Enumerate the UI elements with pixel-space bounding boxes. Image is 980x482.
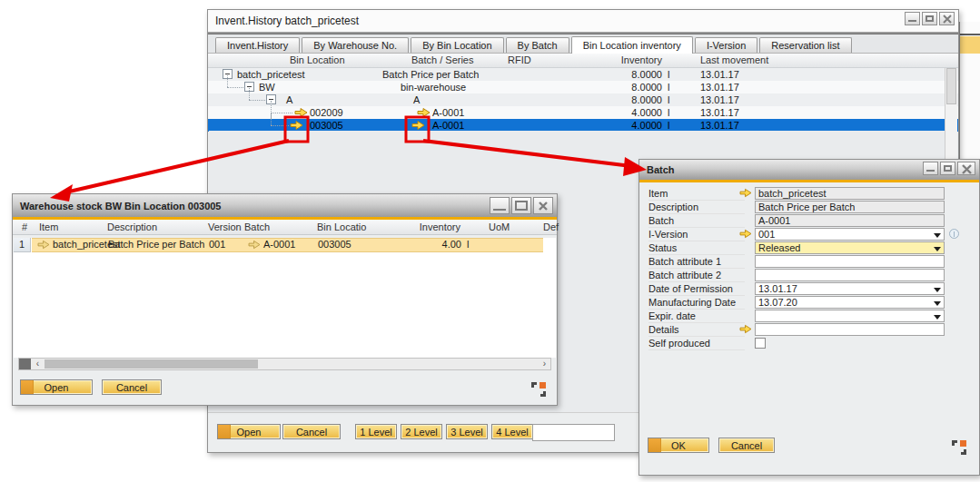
tab-by-bin-location[interactable]: By Bin Location bbox=[411, 37, 503, 53]
link-arrow-icon[interactable] bbox=[37, 240, 50, 250]
close-button[interactable] bbox=[939, 12, 955, 25]
manufacturing-date-dropdown[interactable]: 13.07.20 bbox=[755, 296, 945, 309]
window-titlebar[interactable]: Invent.History batch_pricetest bbox=[208, 10, 958, 32]
link-arrow-icon[interactable] bbox=[248, 240, 261, 250]
tree-row-batch-pricetest[interactable]: batch_pricetest Batch Price per Batch 8.… bbox=[208, 68, 958, 81]
minimize-button[interactable] bbox=[490, 197, 510, 214]
table-row-1[interactable]: 1 batch_pricetest Batch Price per Batch … bbox=[14, 238, 556, 252]
dropdown-caret-icon[interactable] bbox=[934, 233, 941, 238]
level-1-button[interactable]: 1 Level bbox=[355, 424, 397, 439]
link-arrow-icon[interactable] bbox=[294, 107, 308, 118]
resize-grip-icon[interactable] bbox=[531, 382, 546, 397]
cancel-button[interactable]: Cancel bbox=[282, 424, 341, 439]
link-arrow-icon[interactable] bbox=[739, 188, 752, 198]
horizontal-scrollbar[interactable]: ‹ › bbox=[18, 358, 551, 370]
batch-field: A-0001 bbox=[755, 214, 945, 227]
tab-by-warehouse-no[interactable]: By Warehouse No. bbox=[302, 37, 409, 53]
form-row-i-version: I-Version 001 bbox=[639, 228, 979, 241]
scroll-right-button[interactable]: › bbox=[539, 359, 550, 369]
tree-connector bbox=[271, 113, 272, 125]
dropdown-caret-icon[interactable] bbox=[934, 288, 941, 292]
form-row-batch-attribute-2: Batch attribute 2 bbox=[639, 269, 979, 282]
tree-cell-batch: A-0001 bbox=[432, 106, 464, 119]
resize-grip-icon[interactable] bbox=[952, 440, 966, 455]
ok-button[interactable]: OK bbox=[648, 438, 709, 453]
details-field[interactable] bbox=[755, 323, 945, 336]
window-titlebar[interactable]: Batch bbox=[639, 160, 979, 182]
link-arrow-icon[interactable] bbox=[290, 120, 303, 131]
column-batch: Batch bbox=[244, 221, 270, 232]
maximize-button[interactable] bbox=[940, 162, 955, 175]
self-produced-checkbox[interactable] bbox=[755, 338, 766, 349]
dropdown-caret-icon[interactable] bbox=[934, 315, 941, 320]
window-title: Invent.History batch_pricetest bbox=[215, 15, 359, 27]
form-row-self-produced: Self produced bbox=[639, 337, 979, 350]
close-icon bbox=[536, 200, 550, 212]
open-button[interactable]: Open bbox=[20, 379, 93, 395]
field-label: Details bbox=[648, 324, 745, 337]
item-field: batch_pricetest bbox=[755, 187, 945, 200]
tree-cell-inventory: 8.0000 bbox=[571, 81, 662, 93]
cancel-button[interactable]: Cancel bbox=[718, 438, 775, 453]
minimize-button[interactable] bbox=[923, 162, 938, 175]
maximize-button[interactable] bbox=[922, 12, 937, 25]
tree-cell-bin: BW bbox=[259, 81, 275, 93]
background-window-fragment bbox=[959, 22, 980, 169]
link-arrow-icon[interactable] bbox=[417, 107, 431, 118]
cancel-button[interactable]: Cancel bbox=[102, 379, 162, 395]
level-3-button[interactable]: 3 Level bbox=[446, 424, 488, 439]
level-4-button[interactable]: 4 Level bbox=[491, 424, 533, 439]
link-arrow-icon[interactable] bbox=[739, 324, 752, 334]
scrollbar-thumb[interactable] bbox=[946, 68, 956, 104]
expir-date-dropdown[interactable] bbox=[755, 310, 945, 322]
level-filter-input[interactable] bbox=[532, 424, 615, 441]
tab-bin-location-inventory[interactable]: Bin Location inventory bbox=[571, 36, 693, 54]
i-version-dropdown[interactable]: 001 bbox=[755, 228, 945, 241]
tab-invent-history[interactable]: Invent.History bbox=[215, 37, 300, 53]
field-label: Batch attribute 1 bbox=[648, 256, 745, 269]
tab-reservation-list[interactable]: Reservation list bbox=[759, 37, 851, 53]
tree-row-a[interactable]: A A 8.0000 l 13.01.17 bbox=[208, 93, 958, 106]
minimize-button[interactable] bbox=[905, 12, 920, 25]
dropdown-caret-icon[interactable] bbox=[934, 247, 941, 251]
table-body: 1 batch_pricetest Batch Price per Batch … bbox=[14, 238, 556, 358]
batch-attribute-2-field[interactable] bbox=[755, 269, 945, 281]
tree-cell-bin: A bbox=[286, 93, 292, 106]
scroll-left-button[interactable]: ‹ bbox=[32, 359, 44, 369]
link-arrow-icon[interactable] bbox=[411, 120, 425, 131]
status-dropdown[interactable]: Released bbox=[755, 241, 945, 254]
form-row-status: Status Released bbox=[639, 241, 979, 255]
window-title: Warehouse stock BW Bin Location 003005 bbox=[20, 201, 221, 211]
open-button[interactable]: Open bbox=[217, 424, 281, 439]
window-titlebar[interactable]: Warehouse stock BW Bin Location 003005 bbox=[13, 194, 557, 220]
field-label: Description bbox=[648, 202, 745, 214]
minimize-icon bbox=[493, 209, 506, 211]
dropdown-caret-icon[interactable] bbox=[934, 301, 941, 306]
date-of-permission-dropdown[interactable]: 13.01.17 bbox=[755, 282, 945, 295]
scrollbar-thumb[interactable] bbox=[45, 359, 258, 369]
batch-attribute-1-field[interactable] bbox=[755, 255, 945, 268]
field-label: Manufacturing Date bbox=[648, 297, 745, 310]
version-info-icon[interactable] bbox=[949, 229, 959, 239]
tree-row-002009[interactable]: 002009 A-0001 4.0000 l 13.01.17 bbox=[208, 106, 958, 119]
level-2-button[interactable]: 2 Level bbox=[401, 424, 442, 439]
table-header: # Item Description Version Batch Bin Loc… bbox=[13, 220, 557, 235]
close-icon bbox=[960, 164, 974, 174]
column-last-movement: Last movement bbox=[700, 54, 768, 65]
tree-cell-inventory: 4.0000 bbox=[571, 119, 662, 132]
tab-i-version[interactable]: I-Version bbox=[695, 37, 757, 53]
warehouse-stock-window: Warehouse stock BW Bin Location 003005 #… bbox=[12, 193, 558, 406]
close-button[interactable] bbox=[533, 197, 553, 214]
tree-row-bw[interactable]: BW bin-warehouse 8.0000 l 13.01.17 bbox=[208, 81, 958, 93]
form-row-date-of-permission: Date of Permission 13.01.17 bbox=[639, 282, 979, 296]
form-row-batch: Batch A-0001 bbox=[639, 214, 979, 228]
batch-window: Batch Item batch_pricetest Description B… bbox=[638, 159, 980, 476]
tree-cell-last-movement: 13.01.17 bbox=[700, 81, 739, 93]
row-number-cell[interactable]: 1 bbox=[14, 238, 31, 252]
link-arrow-icon[interactable] bbox=[739, 229, 752, 239]
close-button[interactable] bbox=[957, 162, 975, 175]
maximize-button[interactable] bbox=[511, 197, 531, 214]
tab-by-batch[interactable]: By Batch bbox=[506, 37, 569, 53]
field-label: Status bbox=[648, 242, 745, 255]
tree-row-003005-selected[interactable]: 003005 A-0001 4.0000 l 13.01.17 bbox=[208, 119, 958, 132]
